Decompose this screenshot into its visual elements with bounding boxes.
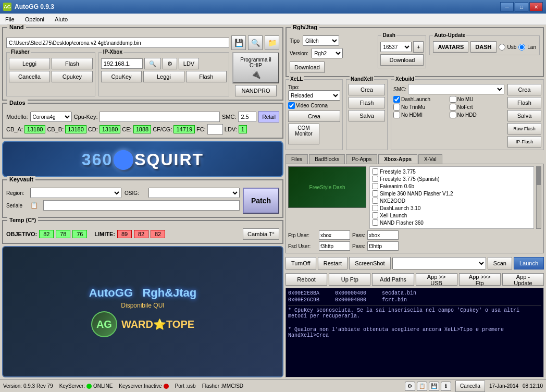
ip-input[interactable] bbox=[101, 58, 143, 69]
nofcrt-checkbox[interactable] bbox=[450, 104, 456, 111]
reboot-button[interactable]: Reboot bbox=[286, 273, 327, 286]
modello-select[interactable]: Corona4g bbox=[30, 112, 72, 122]
screenshot-button[interactable]: ScreenShot bbox=[349, 257, 390, 270]
patch-button[interactable]: Patch bbox=[243, 188, 279, 214]
maximize-button[interactable]: □ bbox=[515, 2, 528, 11]
usb-radio[interactable] bbox=[499, 44, 505, 51]
menu-opzioni[interactable]: Opzioni bbox=[22, 15, 47, 23]
nandxell-salva-button[interactable]: Salva bbox=[349, 110, 385, 121]
tab-xboxapps[interactable]: Xbox-Apps bbox=[378, 154, 417, 164]
nohdd-checkbox[interactable] bbox=[450, 112, 456, 118]
xebuild-flash-button[interactable]: Flash bbox=[507, 97, 541, 108]
ldv-button[interactable]: LDV bbox=[179, 58, 199, 69]
download-rgh-button[interactable]: Download bbox=[290, 62, 325, 73]
status-btn-4[interactable]: ℹ bbox=[441, 382, 451, 391]
ip-search-button[interactable]: 🔍 bbox=[144, 58, 161, 69]
dash-version-select[interactable]: 16537 bbox=[380, 42, 412, 52]
dash-update-button[interactable]: DASH bbox=[470, 41, 496, 53]
flash-button[interactable]: Flash bbox=[52, 58, 93, 69]
tab-content: FreeStyle Dash Freestyle 3.775 bbox=[286, 164, 544, 253]
tab-badblocks[interactable]: BadBlocks bbox=[309, 154, 345, 164]
up-ftp-button[interactable]: Up Ftp bbox=[329, 273, 370, 286]
ip-cpukey-button[interactable]: CpuKey bbox=[101, 71, 142, 82]
action-dropdown[interactable] bbox=[392, 257, 486, 270]
cambia-temp-button[interactable]: Cambia T° bbox=[243, 228, 279, 240]
app-check-2[interactable] bbox=[372, 183, 378, 189]
tab-pcapps[interactable]: Pc-Apps bbox=[346, 154, 377, 164]
status-btn-2[interactable]: 📋 bbox=[417, 382, 427, 391]
app-check-1[interactable] bbox=[372, 176, 378, 182]
osig-select[interactable] bbox=[148, 188, 240, 198]
app-check-4[interactable] bbox=[372, 198, 378, 204]
app-check-7[interactable] bbox=[372, 219, 378, 226]
scan-button[interactable]: Scan bbox=[488, 257, 512, 270]
app-ftp-button[interactable]: App >>> Ftp bbox=[459, 273, 501, 286]
smc-input[interactable] bbox=[238, 112, 256, 122]
seriale-icon[interactable]: 📋 bbox=[30, 202, 38, 209]
tab-files[interactable]: Files bbox=[286, 154, 308, 164]
xebuild-crea-button[interactable]: Crea bbox=[507, 84, 541, 95]
ftp-pass-input[interactable] bbox=[367, 230, 399, 240]
search-icon-button[interactable]: 🔍 bbox=[248, 35, 263, 50]
save-icon-button[interactable]: 💾 bbox=[231, 35, 246, 50]
xell-tipo-select[interactable]: Reloaded bbox=[288, 90, 340, 101]
tab-xval[interactable]: X-Val bbox=[418, 154, 442, 164]
nandxell-crea-button[interactable]: Crea bbox=[349, 84, 385, 95]
ip-flash-button[interactable]: IP-Flash bbox=[507, 136, 541, 148]
programma-chip-button[interactable]: Programma il CHIP 🔌 bbox=[232, 52, 279, 83]
ip-settings-button[interactable]: ⚙ bbox=[163, 58, 177, 69]
fsd-user-input[interactable] bbox=[319, 241, 350, 251]
add-paths-button[interactable]: Add Paths bbox=[372, 273, 414, 286]
nomu-checkbox[interactable] bbox=[450, 96, 456, 103]
cpukey-input[interactable] bbox=[100, 112, 219, 122]
nohdd-label: No HDD bbox=[457, 112, 477, 118]
raw-flash-button[interactable]: Raw Flash bbox=[507, 123, 541, 134]
scrollbar[interactable] bbox=[536, 166, 541, 229]
dvdkey-input[interactable] bbox=[43, 200, 240, 211]
xebuild-smc-select[interactable] bbox=[408, 84, 504, 94]
cancella-button[interactable]: Cancella bbox=[9, 71, 50, 82]
app-update-button[interactable]: App - Update bbox=[502, 273, 544, 286]
turnoff-button[interactable]: TurnOff bbox=[286, 257, 316, 270]
avatars-button[interactable]: AVATARS bbox=[433, 41, 468, 53]
xebuild-salva-button[interactable]: Salva bbox=[507, 110, 541, 121]
version-select[interactable]: Rgh2 bbox=[312, 48, 343, 58]
com-monitor-button[interactable]: COM Monitor bbox=[288, 124, 319, 144]
app-check-6[interactable] bbox=[372, 212, 378, 218]
nohdmi-checkbox[interactable] bbox=[393, 112, 400, 118]
nand-path-input[interactable] bbox=[6, 38, 229, 48]
cancella-status-button[interactable]: Cancella bbox=[455, 381, 485, 392]
cpukey-button[interactable]: Cpukey bbox=[52, 71, 93, 82]
region-select[interactable] bbox=[30, 188, 121, 198]
notrinmu-checkbox[interactable] bbox=[393, 104, 400, 111]
app-check-0[interactable] bbox=[372, 168, 378, 175]
nandxell-flash-button[interactable]: Flash bbox=[349, 97, 385, 108]
ftp-user-input[interactable] bbox=[319, 230, 350, 240]
ip-leggi-button[interactable]: Leggi bbox=[143, 71, 184, 82]
fc-input[interactable] bbox=[207, 124, 223, 134]
folder-icon-button[interactable]: 📁 bbox=[265, 35, 279, 50]
app-check-3[interactable] bbox=[372, 190, 378, 197]
tipo-select[interactable]: Glitch bbox=[303, 35, 339, 46]
menu-aiuto[interactable]: Aiuto bbox=[52, 15, 71, 23]
restart-button[interactable]: Restart bbox=[318, 257, 348, 270]
xell-crea-button[interactable]: Crea bbox=[288, 111, 340, 122]
leggi-button[interactable]: Leggi bbox=[9, 58, 50, 69]
minimize-button[interactable]: ─ bbox=[500, 2, 514, 11]
nandpro-button[interactable]: NANDPRO bbox=[235, 85, 277, 96]
retail-button[interactable]: Retail bbox=[258, 111, 279, 123]
video-corona-checkbox[interactable] bbox=[288, 102, 295, 109]
app-check-5[interactable] bbox=[372, 205, 378, 211]
dash-plus-button[interactable]: + bbox=[413, 41, 424, 53]
fsd-pass-input[interactable] bbox=[367, 241, 399, 251]
dashlaunch-checkbox[interactable] bbox=[393, 96, 400, 103]
app-usb-button[interactable]: App >> USB bbox=[416, 273, 457, 286]
close-button[interactable]: ✕ bbox=[529, 2, 543, 11]
lan-radio[interactable] bbox=[518, 44, 525, 51]
launch-button[interactable]: Launch bbox=[514, 257, 544, 270]
dash-download-button[interactable]: Download bbox=[380, 54, 424, 66]
status-btn-1[interactable]: ⚙ bbox=[405, 382, 415, 391]
menu-file[interactable]: File bbox=[2, 15, 18, 23]
status-btn-3[interactable]: 💾 bbox=[429, 382, 439, 391]
ip-flash-button[interactable]: Flash bbox=[186, 71, 227, 82]
